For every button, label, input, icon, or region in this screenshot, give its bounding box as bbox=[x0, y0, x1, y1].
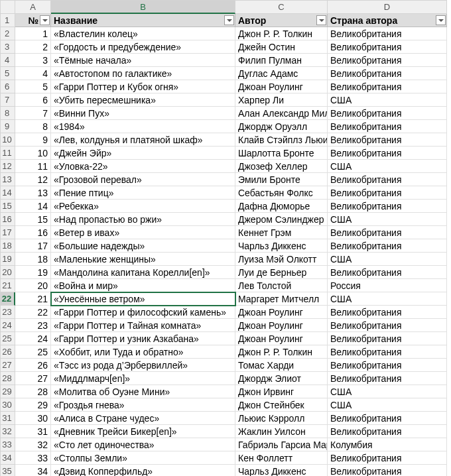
cell-B35[interactable]: «Дэвид Копперфильд» bbox=[51, 465, 235, 476]
cell-A22[interactable]: 21 bbox=[15, 292, 51, 306]
cell-A19[interactable]: 18 bbox=[15, 253, 51, 266]
cell-C34[interactable]: Кен Фоллетт bbox=[235, 451, 328, 465]
cell-C25[interactable]: Джоан Роулинг bbox=[235, 332, 328, 345]
cell-C28[interactable]: Джордж Элиот bbox=[235, 372, 328, 385]
cell-B23[interactable]: «Гарри Поттер и философский камень» bbox=[51, 306, 235, 319]
cell-B3[interactable]: «Гордость и предубеждение» bbox=[51, 40, 235, 54]
cell-C8[interactable]: Алан Александр Милн bbox=[235, 107, 328, 120]
cell-D30[interactable]: США bbox=[328, 398, 447, 412]
cell-D15[interactable]: Великобритания bbox=[328, 200, 447, 213]
cell-D3[interactable]: Великобритания bbox=[328, 40, 447, 54]
row-header-32[interactable]: 32 bbox=[1, 425, 15, 438]
table-header-cell[interactable]: Автор bbox=[235, 14, 328, 27]
filter-dropdown-icon[interactable] bbox=[436, 15, 446, 25]
row-header-6[interactable]: 6 bbox=[1, 80, 15, 93]
cell-B28[interactable]: «Миддлмарч[en]» bbox=[51, 372, 235, 385]
cell-A8[interactable]: 7 bbox=[15, 107, 51, 120]
cell-B32[interactable]: «Дневник Трейси Бикер[en]» bbox=[51, 425, 235, 438]
cell-A3[interactable]: 2 bbox=[15, 40, 51, 54]
cell-C26[interactable]: Джон Р. Р. Толкин bbox=[235, 345, 328, 359]
cell-D19[interactable]: США bbox=[328, 253, 447, 266]
cell-A13[interactable]: 12 bbox=[15, 173, 51, 186]
cell-B16[interactable]: «Над пропастью во ржи» bbox=[51, 213, 235, 226]
cell-B34[interactable]: «Столпы Земли» bbox=[51, 451, 235, 465]
cell-D11[interactable]: Великобритания bbox=[328, 147, 447, 160]
row-header-29[interactable]: 29 bbox=[1, 385, 15, 398]
row-header-18[interactable]: 18 bbox=[1, 239, 15, 253]
column-header-D[interactable]: D bbox=[328, 1, 447, 14]
cell-C21[interactable]: Лев Толстой bbox=[235, 279, 328, 292]
row-header-26[interactable]: 26 bbox=[1, 345, 15, 359]
cell-C27[interactable]: Томас Харди bbox=[235, 359, 328, 372]
cell-C2[interactable]: Джон Р. Р. Толкин bbox=[235, 27, 328, 40]
cell-C24[interactable]: Джоан Роулинг bbox=[235, 319, 328, 332]
row-header-17[interactable]: 17 bbox=[1, 226, 15, 239]
cell-D27[interactable]: Великобритания bbox=[328, 359, 447, 372]
cell-B2[interactable]: «Властелин колец» bbox=[51, 27, 235, 40]
cell-D23[interactable]: Великобритания bbox=[328, 306, 447, 319]
cell-B13[interactable]: «Грозовой перевал» bbox=[51, 173, 235, 186]
cell-A29[interactable]: 28 bbox=[15, 385, 51, 398]
cell-D2[interactable]: Великобритания bbox=[328, 27, 447, 40]
cell-D24[interactable]: Великобритания bbox=[328, 319, 447, 332]
row-header-20[interactable]: 20 bbox=[1, 266, 15, 279]
cell-B11[interactable]: «Джейн Эйр» bbox=[51, 147, 235, 160]
row-header-2[interactable]: 2 bbox=[1, 27, 15, 40]
cell-C10[interactable]: Клайв Стэйплз Льюис bbox=[235, 133, 328, 147]
row-header-10[interactable]: 10 bbox=[1, 133, 15, 147]
cell-A4[interactable]: 3 bbox=[15, 54, 51, 67]
spreadsheet-grid[interactable]: ABCD1№НазваниеАвторСтрана автора21«Власт… bbox=[0, 0, 447, 476]
column-header-A[interactable]: A bbox=[15, 1, 51, 14]
cell-B9[interactable]: «1984» bbox=[51, 120, 235, 133]
cell-A14[interactable]: 13 bbox=[15, 186, 51, 200]
cell-C33[interactable]: Габриэль Гарсиа Маркес bbox=[235, 438, 328, 451]
row-header-31[interactable]: 31 bbox=[1, 412, 15, 425]
row-header-19[interactable]: 19 bbox=[1, 253, 15, 266]
cell-B30[interactable]: «Гроздья гнева» bbox=[51, 398, 235, 412]
cell-C5[interactable]: Дуглас Адамс bbox=[235, 67, 328, 80]
row-header-30[interactable]: 30 bbox=[1, 398, 15, 412]
row-header-33[interactable]: 33 bbox=[1, 438, 15, 451]
filter-dropdown-icon[interactable] bbox=[224, 15, 234, 25]
cell-A17[interactable]: 16 bbox=[15, 226, 51, 239]
cell-C6[interactable]: Джоан Роулинг bbox=[235, 80, 328, 93]
row-header-12[interactable]: 12 bbox=[1, 160, 15, 173]
cell-C30[interactable]: Джон Стейнбек bbox=[235, 398, 328, 412]
cell-B19[interactable]: «Маленькие женщины» bbox=[51, 253, 235, 266]
cell-B27[interactable]: «Тэсс из рода д’Эрбервиллей» bbox=[51, 359, 235, 372]
cell-C14[interactable]: Себастьян Фолкс bbox=[235, 186, 328, 200]
cell-B5[interactable]: «Автостопом по галактике» bbox=[51, 67, 235, 80]
filter-dropdown-icon[interactable] bbox=[316, 15, 326, 25]
cell-C9[interactable]: Джордж Оруэлл bbox=[235, 120, 328, 133]
cell-A12[interactable]: 11 bbox=[15, 160, 51, 173]
cell-B25[interactable]: «Гарри Поттер и узник Азкабана» bbox=[51, 332, 235, 345]
cell-D32[interactable]: Великобритания bbox=[328, 425, 447, 438]
cell-D10[interactable]: Великобритания bbox=[328, 133, 447, 147]
cell-B10[interactable]: «Лев, колдунья и платяной шкаф» bbox=[51, 133, 235, 147]
cell-C20[interactable]: Луи де Берньер bbox=[235, 266, 328, 279]
column-header-C[interactable]: C bbox=[235, 1, 328, 14]
cell-B22[interactable]: «Унесённые ветром» bbox=[51, 292, 235, 306]
row-header-1[interactable]: 1 bbox=[1, 14, 15, 27]
cell-C19[interactable]: Луиза Мэй Олкотт bbox=[235, 253, 328, 266]
cell-D9[interactable]: Великобритания bbox=[328, 120, 447, 133]
cell-C13[interactable]: Эмили Бронте bbox=[235, 173, 328, 186]
table-header-cell[interactable]: № bbox=[15, 14, 51, 27]
cell-B17[interactable]: «Ветер в ивах» bbox=[51, 226, 235, 239]
column-header-B[interactable]: B bbox=[51, 1, 235, 14]
cell-A25[interactable]: 24 bbox=[15, 332, 51, 345]
row-header-7[interactable]: 7 bbox=[1, 93, 15, 107]
cell-B29[interactable]: «Молитва об Оуэне Мини» bbox=[51, 385, 235, 398]
cell-A15[interactable]: 14 bbox=[15, 200, 51, 213]
cell-C15[interactable]: Дафна Дюморье bbox=[235, 200, 328, 213]
cell-D21[interactable]: Россия bbox=[328, 279, 447, 292]
cell-D5[interactable]: Великобритания bbox=[328, 67, 447, 80]
cell-C3[interactable]: Джейн Остин bbox=[235, 40, 328, 54]
cell-B6[interactable]: «Гарри Поттер и Кубок огня» bbox=[51, 80, 235, 93]
cell-D16[interactable]: США bbox=[328, 213, 447, 226]
cell-D7[interactable]: США bbox=[328, 93, 447, 107]
row-header-14[interactable]: 14 bbox=[1, 186, 15, 200]
cell-D26[interactable]: Великобритания bbox=[328, 345, 447, 359]
row-header-27[interactable]: 27 bbox=[1, 359, 15, 372]
row-header-4[interactable]: 4 bbox=[1, 54, 15, 67]
